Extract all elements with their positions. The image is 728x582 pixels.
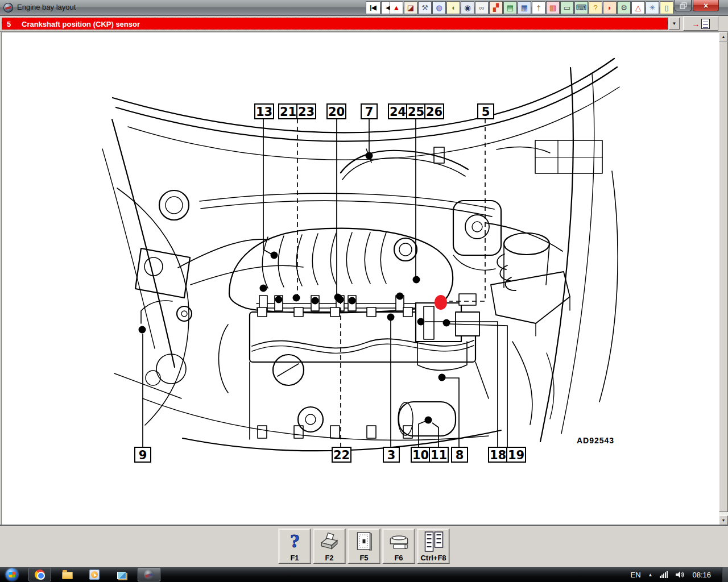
scrollbar-thumb[interactable] [719,41,728,512]
callout-label-18: 18 [490,448,506,462]
callout-target-dot-19 [443,319,450,327]
electrics-switch-icon[interactable]: ▯ [660,1,673,14]
function-button-F6[interactable]: F6 [383,529,415,564]
callout-target-dot-8 [439,374,446,381]
callout-leader-11 [432,423,439,447]
parts-list-icon [701,19,710,29]
function-button-F5[interactable]: F5 [348,529,380,564]
function-button-Ctrl+F8[interactable]: Ctrl+F8 [417,529,450,564]
photos-icon [117,572,126,579]
component-dot [396,293,404,300]
function-button-label: F1 [290,554,299,562]
taskbar: EN ▲ 08:16 [0,567,728,582]
callout-target-dot-25 [413,276,420,284]
callout-label-19: 19 [508,448,524,462]
function-button-F2[interactable]: F2 [313,529,346,564]
scroll-up-icon: ▲ [722,35,726,39]
windows-start-icon [6,568,18,581]
callout-label-25: 25 [408,105,424,119]
engine-bay-diagram: 13212320724252659223101181819 AD92543 [2,32,719,526]
pointing-device-icon[interactable]: ◖ [446,1,460,14]
hazard-warning-icon[interactable]: ▲ [390,1,403,14]
component-dot [275,296,283,304]
technical-data-icon[interactable]: ◍ [432,1,446,14]
autodata-globe-icon [144,569,154,580]
callout-label-5: 5 [482,105,490,119]
start-button[interactable] [2,567,22,582]
callout-label-8: 8 [456,448,464,462]
close-icon: × [704,1,708,11]
diagnostic-tester-icon[interactable]: ⌨ [574,1,588,14]
service-schedules-icon[interactable]: ⚙ [617,1,631,14]
svg-text:?: ? [289,531,299,551]
troubleshooter-icon[interactable]: ? [589,1,602,14]
open-parts-list-button[interactable]: → [683,16,718,31]
component-selector[interactable]: 5 Crankshaft position (CKP) sensor [2,18,668,30]
system-tray: EN ▲ 08:16 [630,567,728,582]
callout-target-dot-21 [293,294,300,302]
chrome-icon [35,569,45,580]
callout-target-dot-10 [425,417,432,424]
schematic-icon [353,529,375,554]
wheel-alignment-icon[interactable]: ◉ [461,1,474,14]
airbag-srs-icon[interactable]: ◗ [603,1,617,14]
red-arrow-icon: → [692,20,700,28]
callout-label-26: 26 [426,105,442,119]
service-printouts-icon[interactable]: ▭ [560,1,574,14]
clock[interactable]: 08:16 [692,571,711,579]
component-number: 5 [7,19,11,30]
callout-label-24: 24 [390,105,406,119]
component-label: Crankshaft position (CKP) sensor [22,19,140,30]
nav-first-button[interactable]: |◀ [366,1,380,14]
show-desktop-button[interactable] [722,567,728,582]
scroll-down-button[interactable]: ▼ [719,516,728,525]
callout-target-dot-9 [139,326,146,334]
transmission-icon[interactable]: ✳ [646,1,659,14]
fault-codes-icon[interactable]: ▥ [546,1,560,14]
diagram-viewport: 13212320724252659223101181819 AD92543 [1,32,719,526]
vehicle-lift-icon[interactable]: ▤ [503,1,517,14]
app-globe-icon [3,3,13,13]
vertical-scrollbar[interactable]: ▲ ▼ [719,32,728,525]
scroll-up-button[interactable]: ▲ [719,32,728,41]
callout-label-7: 7 [365,105,374,119]
tyres-icon[interactable]: ∞ [475,1,489,14]
media-player-icon [89,569,100,580]
taskbar-explorer-button[interactable] [56,568,78,581]
body-panel-icon[interactable]: ◪ [404,1,417,14]
engine-management-icon[interactable]: ▦ [518,1,531,14]
function-button-F1[interactable]: ?F1 [279,529,311,564]
network-signal-icon[interactable] [660,571,668,578]
taskbar-autodata-button[interactable] [138,568,160,581]
window-controls: × [675,0,719,11]
tray-expand-icon[interactable]: ▲ [648,572,653,577]
component-dot [260,285,267,292]
folder-icon [62,572,73,579]
callout-target-dot-13 [271,252,278,259]
language-indicator[interactable]: EN [630,571,640,579]
function-button-label: F2 [325,554,333,562]
close-button[interactable]: × [693,0,719,11]
taskbar-apps [28,568,160,581]
tools-icon[interactable]: ⚒ [418,1,432,14]
callout-label-23: 23 [298,105,315,119]
restore-button[interactable] [675,0,692,11]
taskbar-chrome-button[interactable] [28,568,51,581]
taskbar-media-player-button[interactable] [83,568,106,581]
bodywork-repair-icon[interactable]: ▞ [489,1,503,14]
callout-label-3: 3 [387,448,396,462]
function-bar: ?F1F2F5F6Ctrl+F8 [279,529,450,564]
print-icon [317,529,341,554]
scroll-down-icon: ▼ [722,518,726,522]
ignition-system-icon[interactable]: † [532,1,545,14]
callout-target-dot-7 [366,152,373,160]
taskbar-photos-button[interactable] [110,568,133,581]
volume-icon[interactable] [675,571,685,579]
figure-code: AD92543 [577,436,614,445]
highlighted-ckp-sensor-dot[interactable] [435,295,447,310]
callout-layer: 13212320724252659223101181819 [135,104,526,462]
abs-brakes-icon[interactable]: △ [631,1,645,14]
selector-dropdown-button[interactable]: ▼ [669,18,680,30]
chevron-down-icon: ▼ [672,21,677,26]
function-button-label: F6 [394,554,403,562]
